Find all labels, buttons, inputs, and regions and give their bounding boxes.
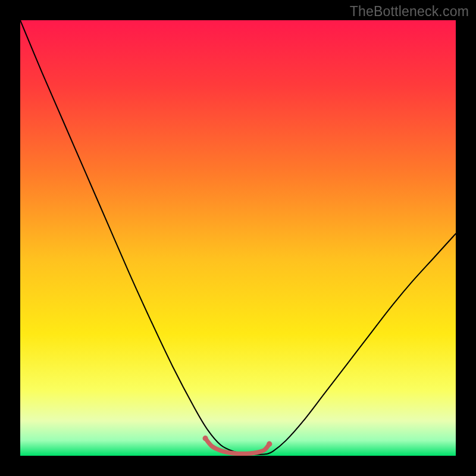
chart-frame: TheBottleneck.com bbox=[0, 0, 476, 476]
marker-dot bbox=[267, 441, 272, 447]
plot-area bbox=[20, 20, 456, 456]
marker-dot bbox=[202, 436, 208, 441]
flat-bottom-marker bbox=[205, 439, 270, 454]
chart-svg bbox=[20, 20, 456, 456]
watermark-text: TheBottleneck.com bbox=[350, 4, 469, 20]
bottleneck-curve bbox=[20, 20, 456, 455]
